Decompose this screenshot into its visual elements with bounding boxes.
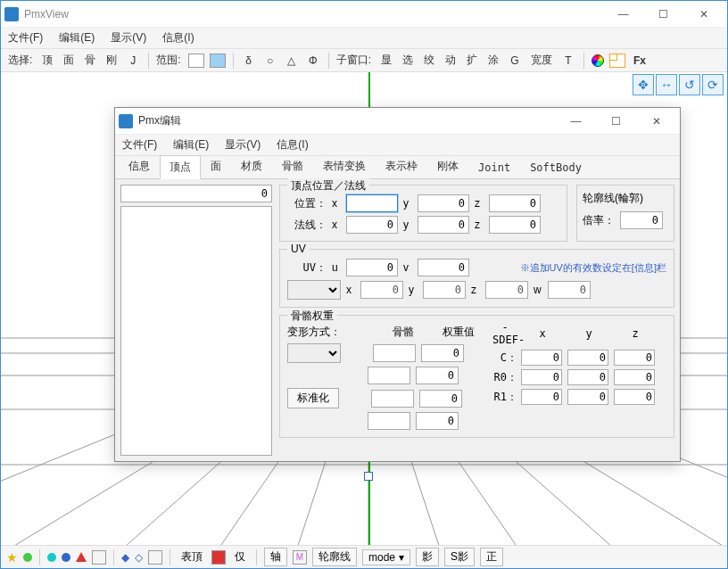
main-titlebar[interactable]: PmxView — ☐ ✕ [1,1,727,28]
weight-1-input[interactable] [416,367,459,384]
norm-x-input[interactable] [346,216,398,234]
norm-y-input[interactable] [418,216,469,234]
subwin-0[interactable]: 显 [378,53,394,69]
origin-handle[interactable] [364,472,373,481]
sdef-r1-y[interactable] [567,389,608,405]
subwin-6[interactable]: G [507,53,523,69]
menu-file[interactable]: 文件(F) [8,30,43,45]
subwin-7[interactable]: 宽度 [528,53,555,69]
axis-button[interactable]: 轴 [264,548,287,566]
rotate-tool-icon[interactable]: ↺ [679,74,700,95]
tab-rigid[interactable]: 刚体 [427,154,468,178]
normal-button[interactable]: 正 [480,548,503,566]
tab-morph[interactable]: 表情变换 [313,154,376,178]
bone-2-input[interactable] [371,390,414,408]
sdef-r1-z[interactable] [614,389,655,405]
red-box-icon[interactable] [211,550,226,565]
color-wheel-icon[interactable] [592,54,604,67]
sdef-r0-x[interactable] [521,369,562,385]
dialog-close-button[interactable]: ✕ [636,109,676,134]
sel-joint[interactable]: J [125,53,141,69]
subwin-3[interactable]: 动 [443,53,459,69]
green-dot-icon[interactable] [23,553,32,562]
tab-material[interactable]: 材质 [231,154,272,178]
bone-icon[interactable]: ◆ [121,551,129,564]
sym-triangle[interactable]: △ [284,53,300,69]
pos-y-input[interactable] [418,194,469,212]
sshadow-button[interactable]: S影 [444,548,475,566]
range-fill-icon[interactable] [210,54,226,68]
move-tool-icon[interactable]: ↔ [656,74,677,95]
sdef-c-y[interactable] [567,350,608,366]
sym-phi[interactable]: Φ [305,53,321,69]
axis-icon[interactable]: M [293,550,307,565]
mode-button[interactable]: mode▾ [362,549,410,565]
subwin-4[interactable]: 扩 [464,53,480,69]
zoom-tool-icon[interactable]: ⟳ [702,74,724,95]
norm-z-input[interactable] [489,216,541,234]
outline-button[interactable]: 轮廓线 [312,548,357,566]
vertex-index-input[interactable] [120,185,272,202]
subwin-5[interactable]: 涂 [485,53,501,69]
fx-button[interactable]: Fx [631,53,649,69]
blue-dot-icon[interactable] [62,553,70,562]
menu-view[interactable]: 显示(V) [111,30,146,45]
close-button[interactable]: ✕ [683,2,724,27]
diamond-icon[interactable]: ◇ [135,551,143,564]
sdef-r0-y[interactable] [567,369,608,385]
status-item-0[interactable]: 表頂 [178,549,206,565]
dmenu-view[interactable]: 显示(V) [225,137,261,153]
weight-3-input[interactable] [416,412,459,430]
dmenu-file[interactable]: 文件(F) [122,137,157,153]
sym-delta[interactable]: δ [241,53,257,69]
red-triangle-icon[interactable] [76,552,87,562]
dialog-maximize-button[interactable]: ☐ [596,109,636,134]
dialog-titlebar[interactable]: Pmx编辑 — ☐ ✕ [115,108,680,135]
sdef-c-x[interactable] [521,350,562,366]
sdef-c-z[interactable] [614,350,655,366]
pan-tool-icon[interactable]: ✥ [633,74,654,95]
normalize-button[interactable]: 标准化 [287,388,339,408]
uv-u-input[interactable] [346,259,398,276]
tab-display[interactable]: 表示枠 [376,154,427,178]
sdef-r1-x[interactable] [521,389,562,405]
menu-info[interactable]: 信息(I) [162,30,194,45]
minimize-button[interactable]: — [603,2,643,27]
tab-face[interactable]: 面 [201,154,231,178]
tab-bone[interactable]: 骨骼 [272,154,313,178]
maximize-button[interactable]: ☐ [643,2,683,27]
tab-softbody[interactable]: SoftBody [520,157,592,178]
star-icon[interactable]: ★ [6,550,18,565]
blank-box-icon[interactable] [148,550,162,565]
sel-rigid[interactable]: 刚 [103,53,120,69]
dmenu-info[interactable]: 信息(I) [277,137,308,153]
tab-vertex[interactable]: 顶点 [160,155,201,179]
sym-circle[interactable]: ○ [262,53,278,69]
subwin-1[interactable]: 选 [400,53,416,69]
weight-0-input[interactable] [421,344,464,362]
bone-3-input[interactable] [368,412,410,430]
dmenu-edit[interactable]: 编辑(E) [173,137,209,153]
pos-z-input[interactable] [489,194,541,212]
range-rect-icon[interactable] [188,54,204,68]
sel-face[interactable]: 面 [61,53,77,69]
uv-extra-select[interactable] [287,280,341,300]
sdef-r0-z[interactable] [614,369,655,385]
pos-x-input[interactable] [346,194,398,212]
dialog-minimize-button[interactable]: — [556,109,596,134]
grid4-icon[interactable] [609,54,625,68]
weight-2-input[interactable] [419,390,462,408]
outline-rate-input[interactable] [620,211,663,229]
bone-0-input[interactable] [373,344,416,362]
sel-vertex[interactable]: 顶 [39,53,55,69]
status-item-1[interactable]: 仅 [231,549,249,565]
shadow-button[interactable]: 影 [416,548,439,566]
cyan-dot-icon[interactable] [47,553,56,562]
sel-bone[interactable]: 骨 [82,53,98,69]
uv-v-input[interactable] [418,259,469,276]
subwin-8[interactable]: T [560,53,576,69]
tab-joint[interactable]: Joint [468,157,520,178]
empty-box-icon[interactable] [92,550,106,565]
bone-1-input[interactable] [368,367,410,384]
menu-edit[interactable]: 编辑(E) [59,30,95,45]
